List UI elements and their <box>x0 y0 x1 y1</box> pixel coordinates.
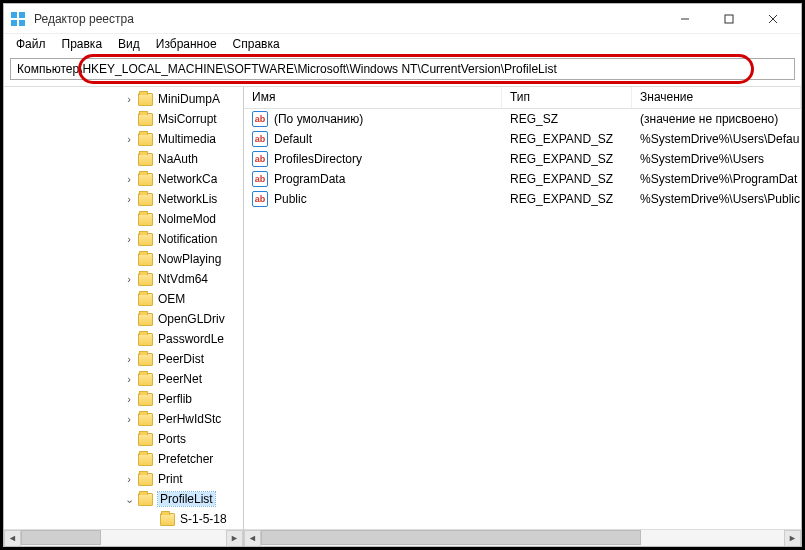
value-name: Public <box>274 192 307 206</box>
value-data: (значение не присвоено) <box>632 112 801 126</box>
tree-item-opengldriv[interactable]: OpenGLDriv <box>4 309 243 329</box>
tree-item-passwordle[interactable]: PasswordLe <box>4 329 243 349</box>
expand-icon[interactable]: › <box>122 233 136 245</box>
tree-item-multimedia[interactable]: ›Multimedia <box>4 129 243 149</box>
expand-icon[interactable]: › <box>122 353 136 365</box>
list-row[interactable]: ab(По умолчанию)REG_SZ(значение не присв… <box>244 109 801 129</box>
tree-label: PeerDist <box>158 352 204 366</box>
folder-icon <box>138 373 153 386</box>
tree-item-networklis[interactable]: ›NetworkLis <box>4 189 243 209</box>
tree-item-s-1-5-18[interactable]: S-1-5-18 <box>4 509 243 529</box>
tree-label: Ports <box>158 432 186 446</box>
tree-item-oem[interactable]: OEM <box>4 289 243 309</box>
tree-view[interactable]: ›MiniDumpAMsiCorrupt›MultimediaNaAuth›Ne… <box>4 87 243 529</box>
list-row[interactable]: abProgramDataREG_EXPAND_SZ%SystemDrive%\… <box>244 169 801 189</box>
menu-help[interactable]: Справка <box>227 37 286 51</box>
string-value-icon: ab <box>252 171 268 187</box>
tree-item-perhwidstc[interactable]: ›PerHwIdStc <box>4 409 243 429</box>
scroll-left-button[interactable]: ◄ <box>4 530 21 547</box>
titlebar: Редактор реестра <box>4 4 801 34</box>
string-value-icon: ab <box>252 151 268 167</box>
folder-icon <box>138 353 153 366</box>
menu-file[interactable]: Файл <box>10 37 52 51</box>
address-bar-area <box>4 54 801 86</box>
svg-rect-1 <box>19 12 25 18</box>
expand-icon[interactable]: › <box>122 93 136 105</box>
tree-item-minidumpa[interactable]: ›MiniDumpA <box>4 89 243 109</box>
tree-item-peernet[interactable]: ›PeerNet <box>4 369 243 389</box>
tree-label: NolmeMod <box>158 212 216 226</box>
folder-icon <box>138 293 153 306</box>
address-bar[interactable] <box>10 58 795 80</box>
svg-rect-3 <box>19 20 25 26</box>
expand-icon[interactable]: › <box>122 193 136 205</box>
expand-icon[interactable]: › <box>122 473 136 485</box>
menu-favorites[interactable]: Избранное <box>150 37 223 51</box>
expand-icon[interactable]: › <box>122 133 136 145</box>
tree-item-ntvdm64[interactable]: ›NtVdm64 <box>4 269 243 289</box>
collapse-icon[interactable]: ⌄ <box>122 493 136 506</box>
tree-label: NetworkCa <box>158 172 217 186</box>
tree-item-peerdist[interactable]: ›PeerDist <box>4 349 243 369</box>
tree-label: S-1-5-18 <box>180 512 227 526</box>
tree-item-nolmemod[interactable]: NolmeMod <box>4 209 243 229</box>
close-button[interactable] <box>751 5 795 33</box>
tree-item-perflib[interactable]: ›Perflib <box>4 389 243 409</box>
folder-icon <box>138 213 153 226</box>
list-row[interactable]: abPublicREG_EXPAND_SZ%SystemDrive%\Users… <box>244 189 801 209</box>
column-value[interactable]: Значение <box>632 87 801 108</box>
maximize-button[interactable] <box>707 5 751 33</box>
tree-item-msicorrupt[interactable]: MsiCorrupt <box>4 109 243 129</box>
folder-icon <box>138 333 153 346</box>
scroll-track[interactable] <box>21 530 226 547</box>
list-horizontal-scrollbar[interactable]: ◄ ► <box>244 529 801 546</box>
value-name: ProfilesDirectory <box>274 152 362 166</box>
tree-item-networkca[interactable]: ›NetworkCa <box>4 169 243 189</box>
tree-item-profilelist[interactable]: ⌄ProfileList <box>4 489 243 509</box>
menu-view[interactable]: Вид <box>112 37 146 51</box>
scroll-thumb[interactable] <box>21 530 101 545</box>
expand-icon[interactable]: › <box>122 413 136 425</box>
tree-label: PasswordLe <box>158 332 224 346</box>
scroll-right-button[interactable]: ► <box>784 530 801 547</box>
minimize-button[interactable] <box>663 5 707 33</box>
scroll-thumb[interactable] <box>261 530 641 545</box>
tree-item-naauth[interactable]: NaAuth <box>4 149 243 169</box>
column-name[interactable]: Имя <box>244 87 502 108</box>
tree-label: OpenGLDriv <box>158 312 225 326</box>
value-data: %SystemDrive%\ProgramDat <box>632 172 801 186</box>
folder-icon <box>138 413 153 426</box>
tree-item-prefetcher[interactable]: Prefetcher <box>4 449 243 469</box>
folder-icon <box>138 93 153 106</box>
expand-icon[interactable]: › <box>122 373 136 385</box>
tree-label: PeerNet <box>158 372 202 386</box>
list-row[interactable]: abDefaultREG_EXPAND_SZ%SystemDrive%\User… <box>244 129 801 149</box>
folder-icon <box>138 233 153 246</box>
menu-edit[interactable]: Правка <box>56 37 109 51</box>
tree-item-notification[interactable]: ›Notification <box>4 229 243 249</box>
window-title: Редактор реестра <box>34 12 663 26</box>
tree-item-print[interactable]: ›Print <box>4 469 243 489</box>
folder-icon <box>138 173 153 186</box>
scroll-track[interactable] <box>261 530 784 547</box>
column-type[interactable]: Тип <box>502 87 632 108</box>
folder-icon <box>138 433 153 446</box>
tree-label: NowPlaying <box>158 252 221 266</box>
list-body[interactable]: ab(По умолчанию)REG_SZ(значение не присв… <box>244 109 801 529</box>
expand-icon[interactable]: › <box>122 173 136 185</box>
tree-label: Perflib <box>158 392 192 406</box>
folder-icon <box>138 273 153 286</box>
tree-item-nowplaying[interactable]: NowPlaying <box>4 249 243 269</box>
scroll-left-button[interactable]: ◄ <box>244 530 261 547</box>
svg-rect-5 <box>725 15 733 23</box>
folder-icon <box>138 193 153 206</box>
tree-label: Prefetcher <box>158 452 213 466</box>
expand-icon[interactable]: › <box>122 273 136 285</box>
tree-label: Print <box>158 472 183 486</box>
registry-editor-window: Редактор реестра Файл Правка Вид Избранн… <box>3 3 802 547</box>
list-row[interactable]: abProfilesDirectoryREG_EXPAND_SZ%SystemD… <box>244 149 801 169</box>
scroll-right-button[interactable]: ► <box>226 530 243 547</box>
tree-horizontal-scrollbar[interactable]: ◄ ► <box>4 529 243 546</box>
tree-item-ports[interactable]: Ports <box>4 429 243 449</box>
expand-icon[interactable]: › <box>122 393 136 405</box>
